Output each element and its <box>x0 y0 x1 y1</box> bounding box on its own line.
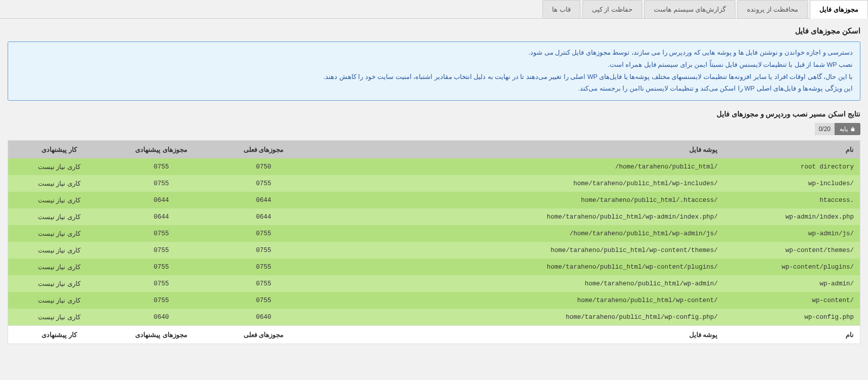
info-line: با این حال، گاهی اوقات افراد یا سایر افز… <box>15 71 853 83</box>
cell-action: کاری نیاز نیست <box>8 259 110 275</box>
cell-path: home/taraheno/public_html/wp-content/plu… <box>314 259 724 275</box>
permissions-table: نام پوشه فایل مجوزهای فعلی مجوزهای پیشنه… <box>8 140 860 344</box>
cell-action: کاری نیاز نیست <box>8 175 110 192</box>
info-box: دسترسی و اجازه خواندن و نوشتن فایل ها و … <box>8 41 860 101</box>
cell-path: home/taraheno/public_html/.htaccess/ <box>314 192 724 208</box>
tabs-bar: مجوزهای فایل محافظت از پرونده گزارش‌های … <box>0 0 868 19</box>
table-row: wp-admin/index.phphome/taraheno/public_h… <box>8 208 860 225</box>
table-row: wp-content/themes/home/taraheno/public_h… <box>8 242 860 259</box>
cell-current: 0750 <box>212 158 314 175</box>
cell-name: wp-admin/js/ <box>724 225 860 242</box>
cell-name: wp-config.php <box>724 309 860 326</box>
tf-name: نام <box>724 326 860 344</box>
cell-recommended: 0755 <box>110 225 212 242</box>
cell-current: 0755 <box>212 242 314 259</box>
cell-path: home/taraheno/public_html/wp-admin/ <box>314 275 724 292</box>
tab-file-permissions[interactable]: مجوزهای فایل <box>810 0 868 19</box>
cell-recommended: 0755 <box>110 242 212 259</box>
cell-name: root directory <box>724 158 860 175</box>
cell-action: کاری نیاز نیست <box>8 292 110 309</box>
cell-path: home/taraheno/public_html/wp-admin/index… <box>314 208 724 225</box>
info-line: دسترسی و اجازه خواندن و نوشتن فایل ها و … <box>15 47 853 59</box>
cell-recommended: 0640 <box>110 309 212 326</box>
cell-action: کاری نیاز نیست <box>8 242 110 259</box>
cell-name: htaccess. <box>724 192 860 208</box>
cell-action: کاری نیاز نیست <box>8 309 110 326</box>
table-row: root directory/home/taraheno/public_html… <box>8 158 860 175</box>
tab-copy-protection[interactable]: حفاظت از کپی <box>582 0 642 18</box>
cell-name: wp-includes/ <box>724 175 860 192</box>
table-row: htaccess.home/taraheno/public_html/.htac… <box>8 192 860 208</box>
table-row: wp-content/home/taraheno/public_html/wp-… <box>8 292 860 309</box>
th-recommended[interactable]: مجوزهای پیشنهادی <box>110 141 212 159</box>
cell-current: 0755 <box>212 292 314 309</box>
cell-name: wp-content/plugins/ <box>724 259 860 275</box>
cell-action: کاری نیاز نیست <box>8 208 110 225</box>
cell-recommended: 0755 <box>110 175 212 192</box>
cell-current: 0755 <box>212 175 314 192</box>
badge-count: 0/20 <box>815 123 835 135</box>
tf-recommended: مجوزهای پیشنهادی <box>110 326 212 344</box>
cell-recommended: 0755 <box>110 292 212 309</box>
th-name[interactable]: نام <box>724 141 860 159</box>
cell-path: /home/taraheno/public_html/wp-admin/js/ <box>314 225 724 242</box>
table-row: wp-admin/js//home/taraheno/public_html/w… <box>8 225 860 242</box>
tf-current: مجوزهای فعلی <box>212 326 314 344</box>
cell-name: wp-admin/index.php <box>724 208 860 225</box>
info-line: این ویژگی پوشه‌ها و فایل‌های اصلی WP را … <box>15 83 853 95</box>
table-row: wp-content/plugins/home/taraheno/public_… <box>8 259 860 275</box>
table-row: wp-includes/home/taraheno/public_html/wp… <box>8 175 860 192</box>
badge-label-text: پایه <box>840 125 848 133</box>
cell-path: home/taraheno/public_html/wp-includes/ <box>314 175 724 192</box>
cell-name: wp-content/themes/ <box>724 242 860 259</box>
cell-recommended: 0644 <box>110 192 212 208</box>
th-action[interactable]: کار پیشنهادی <box>8 141 110 159</box>
th-path[interactable]: پوشه فایل <box>314 141 724 159</box>
cell-recommended: 0755 <box>110 259 212 275</box>
cell-current: 0644 <box>212 192 314 208</box>
cell-current: 0755 <box>212 275 314 292</box>
cell-action: کاری نیاز نیست <box>8 192 110 208</box>
th-current[interactable]: مجوزهای فعلی <box>212 141 314 159</box>
tab-frames[interactable]: قاب ها <box>542 0 580 18</box>
tab-host-reports[interactable]: گزارش‌های سیستم هاست <box>644 0 735 18</box>
info-line: نصب WP شما از قبل با تنظیمات لایسنس فایل… <box>15 59 853 71</box>
cell-action: کاری نیاز نیست <box>8 158 110 175</box>
cell-current: 0755 <box>212 225 314 242</box>
results-title: نتایج اسکن مسیر نصب وردپرس و مجوزهای فای… <box>8 110 860 118</box>
cell-recommended: 0644 <box>110 208 212 225</box>
table-row: wp-admin/home/taraheno/public_html/wp-ad… <box>8 275 860 292</box>
cell-path: home/taraheno/public_html/wp-config.php/ <box>314 309 724 326</box>
lock-icon <box>850 126 855 132</box>
cell-current: 0755 <box>212 259 314 275</box>
cell-recommended: 0755 <box>110 158 212 175</box>
section-title: اسکن مجوزهای فایل <box>8 26 860 35</box>
cell-path: /home/taraheno/public_html/ <box>314 158 724 175</box>
security-level-badge: پایه 0/20 <box>815 123 860 135</box>
cell-action: کاری نیاز نیست <box>8 275 110 292</box>
cell-current: 0644 <box>212 208 314 225</box>
cell-path: home/taraheno/public_html/wp-content/the… <box>314 242 724 259</box>
cell-name: wp-admin/ <box>724 275 860 292</box>
cell-recommended: 0755 <box>110 275 212 292</box>
tab-file-protection[interactable]: محافظت از پرونده <box>737 0 808 18</box>
tf-path: پوشه فایل <box>314 326 724 344</box>
cell-name: wp-content/ <box>724 292 860 309</box>
cell-action: کاری نیاز نیست <box>8 225 110 242</box>
tf-action: کار پیشنهادی <box>8 326 110 344</box>
table-row: wp-config.phphome/taraheno/public_html/w… <box>8 309 860 326</box>
cell-path: home/taraheno/public_html/wp-content/ <box>314 292 724 309</box>
cell-current: 0640 <box>212 309 314 326</box>
